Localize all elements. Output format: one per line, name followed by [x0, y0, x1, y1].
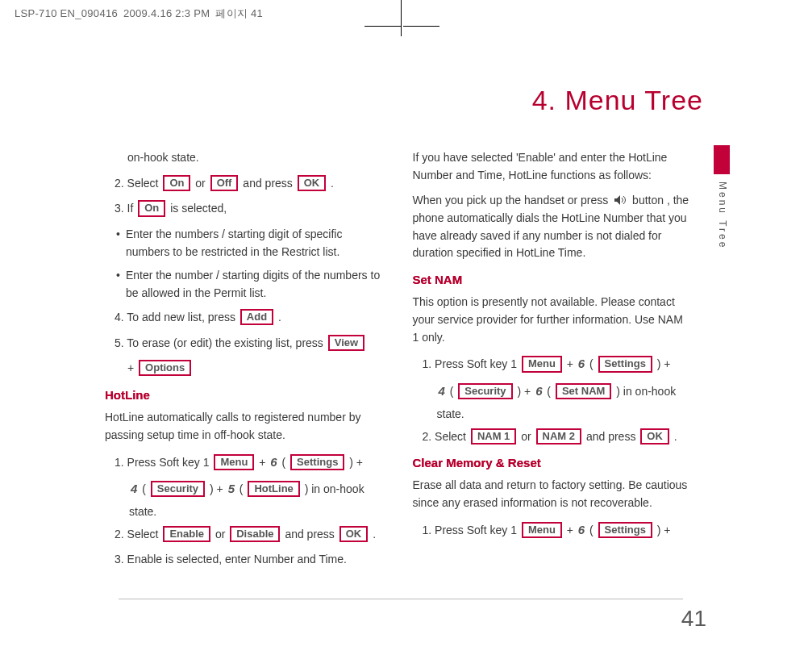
on-button: On	[163, 175, 190, 191]
settings-button: Settings	[598, 356, 652, 372]
options-button: Options	[139, 360, 191, 376]
disable-button: Disable	[230, 526, 280, 542]
text: ) +	[518, 385, 535, 398]
text: (	[450, 385, 457, 398]
text: 4. To add new list, press	[115, 311, 239, 323]
step-cont: 4 ( Security ) + 5 ( HotLine ) in on-hoo…	[105, 479, 382, 499]
right-column: If you have selected 'Enable' and enter …	[413, 149, 690, 593]
key-5: 5	[228, 482, 235, 495]
text: (	[282, 456, 289, 469]
print-header: LSP-710 EN_090416 2009.4.16 2:3 PM 페이지 4…	[15, 6, 265, 21]
text: When you pick up the handset or press	[413, 194, 612, 207]
text: +	[259, 456, 269, 469]
section-desc: HotLine automatically calls to registere…	[105, 409, 382, 444]
text: If you have selected 'Enable' and enter …	[413, 149, 690, 184]
text: 2. Select	[115, 177, 161, 190]
text: on-hook state.	[105, 149, 382, 167]
header-file: LSP-710 EN_090416	[15, 7, 118, 19]
off-button: Off	[210, 175, 239, 191]
text: +	[127, 361, 137, 374]
settings-button: Settings	[598, 522, 652, 538]
text: (	[239, 482, 247, 495]
text: (	[589, 357, 597, 370]
content-columns: on-hook state. 2. Select On or Off and p…	[105, 149, 689, 593]
step: 3. Enable is selected, enter Number and …	[105, 551, 382, 569]
text: (	[142, 482, 149, 495]
bullet-text: Enter the numbers / starting digit of sp…	[126, 226, 382, 261]
header-ts: 2009.4.16 2:3 PM	[123, 7, 210, 19]
ok-button: OK	[298, 175, 327, 191]
crop-mark	[401, 0, 402, 36]
text: +	[567, 357, 577, 370]
section-desc: Erase all data and return to factory set…	[413, 477, 690, 511]
step: 5. To erase (or edit) the existing list,…	[105, 335, 382, 353]
bullet-dot: •	[116, 226, 126, 261]
page-number: 41	[681, 606, 706, 632]
step: 2. Select NAM 1 or NAM 2 and press OK .	[413, 428, 690, 446]
step: 3. If On is selected,	[105, 200, 382, 218]
add-button: Add	[240, 309, 273, 325]
section-title-clear: Clear Memory & Reset	[413, 453, 690, 472]
text: ) +	[210, 482, 227, 495]
text: 1. Press Soft key 1	[115, 456, 212, 469]
header-page: 페이지 41	[215, 7, 263, 19]
text: and press	[285, 528, 337, 541]
text: .	[674, 430, 677, 443]
security-button: Security	[458, 383, 512, 399]
text: and press	[586, 430, 639, 443]
step-cont: state.	[413, 406, 690, 424]
left-column: on-hook state. 2. Select On or Off and p…	[105, 149, 382, 593]
text: ) in on-hook	[305, 482, 364, 495]
key-6: 6	[535, 384, 542, 398]
text: ) +	[657, 357, 671, 370]
set-nam-button: Set NAM	[556, 383, 611, 399]
step: 4. To add new list, press Add .	[105, 309, 382, 327]
nam1-button: NAM 1	[471, 428, 516, 445]
security-button: Security	[151, 481, 205, 497]
text: .	[373, 528, 376, 541]
crop-mark	[364, 26, 401, 27]
ok-button: OK	[640, 428, 669, 445]
bullet-item: • Enter the number / starting digits of …	[116, 267, 382, 302]
text: is selected,	[170, 202, 227, 215]
step: 2. Select Enable or Disable and press OK…	[105, 526, 382, 544]
text: and press	[243, 177, 295, 190]
step: 1. Press Soft key 1 Menu + 6 ( Settings …	[413, 520, 690, 540]
footer-rule	[119, 599, 683, 599]
side-tab	[714, 145, 730, 174]
on-button: On	[138, 200, 165, 216]
text: .	[331, 177, 334, 190]
text: 3. If	[115, 202, 136, 215]
step: 1. Press Soft key 1 Menu + 6 ( Settings …	[413, 354, 690, 374]
step-cont: + Options	[105, 360, 382, 378]
text: or	[521, 430, 534, 443]
bullet-text: Enter the number / starting digits of th…	[126, 267, 382, 302]
hotline-button: HotLine	[248, 481, 299, 497]
key-6: 6	[270, 455, 277, 469]
crop-mark	[403, 26, 439, 27]
text: (	[589, 524, 597, 536]
ok-button: OK	[339, 526, 369, 542]
menu-button: Menu	[522, 356, 562, 372]
key-6: 6	[578, 523, 585, 536]
text: 1. Press Soft key 1	[423, 524, 520, 536]
text: 2. Select	[423, 430, 469, 443]
text: ) +	[349, 456, 363, 469]
section-desc: This option is presently not available. …	[413, 294, 690, 346]
text: or	[215, 528, 228, 541]
text: .	[278, 311, 281, 323]
step: 2. Select On or Off and press OK .	[105, 175, 382, 193]
enable-button: Enable	[163, 526, 210, 542]
bullet-item: • Enter the numbers / starting digit of …	[116, 226, 382, 261]
menu-button: Menu	[214, 454, 254, 470]
key-6: 6	[578, 357, 585, 370]
step-cont: 4 ( Security ) + 6 ( Set NAM ) in on-hoo…	[413, 382, 690, 401]
nam2-button: NAM 2	[536, 428, 581, 445]
text: When you pick up the handset or press bu…	[413, 192, 690, 262]
step-cont: state.	[105, 503, 382, 521]
text: 1. Press Soft key 1	[423, 357, 520, 370]
text: ) in on-hook	[616, 385, 676, 398]
menu-button: Menu	[522, 522, 562, 538]
text: (	[547, 385, 554, 398]
chapter-title: 4. Menu Tree	[532, 85, 703, 116]
